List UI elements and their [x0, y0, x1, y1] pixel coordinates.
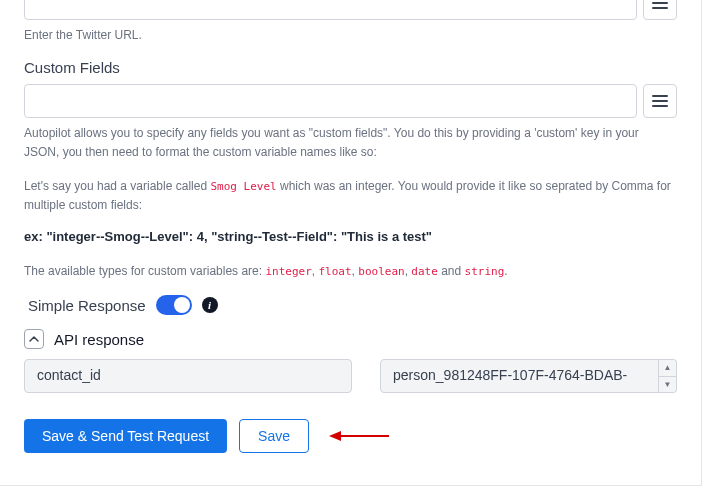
arrow-annotation — [329, 428, 389, 444]
api-response-grid: contact_id person_981248FF-107F-4764-BDA… — [24, 359, 677, 393]
api-response-key[interactable]: contact_id — [24, 359, 352, 393]
type-boolean: boolean — [358, 265, 404, 278]
button-row: Save & Send Test Request Save — [24, 419, 677, 453]
custom-fields-types: The available types for custom variables… — [24, 262, 677, 281]
info-icon[interactable]: i — [202, 297, 218, 313]
custom-fields-row — [24, 84, 677, 118]
type-date: date — [411, 265, 438, 278]
type-integer: integer — [265, 265, 311, 278]
svg-marker-1 — [329, 431, 341, 441]
api-response-header: API response — [24, 329, 677, 349]
custom-fields-label: Custom Fields — [24, 59, 677, 76]
custom-fields-input[interactable] — [24, 84, 637, 118]
twitter-field-row — [24, 0, 677, 20]
type-float: float — [318, 265, 351, 278]
twitter-helper: Enter the Twitter URL. — [24, 26, 677, 45]
form-container: Enter the Twitter URL. Custom Fields Aut… — [0, 0, 702, 486]
collapse-button[interactable] — [24, 329, 44, 349]
stepper-down-icon[interactable]: ▼ — [659, 377, 676, 393]
menu-icon-button[interactable] — [643, 0, 677, 20]
code-smog-level: Smog Level — [210, 180, 276, 193]
types-intro: The available types for custom variables… — [24, 264, 265, 278]
arrow-left-icon — [329, 428, 389, 444]
types-and: and — [438, 264, 465, 278]
chevron-up-icon — [29, 334, 39, 344]
simple-response-row: Simple Response i — [28, 295, 677, 315]
api-response-label: API response — [54, 331, 144, 348]
menu-icon-button[interactable] — [643, 84, 677, 118]
hamburger-icon — [652, 0, 668, 10]
twitter-input[interactable] — [24, 0, 637, 20]
simple-response-toggle[interactable] — [156, 295, 192, 315]
types-period: . — [504, 264, 507, 278]
save-send-button[interactable]: Save & Send Test Request — [24, 419, 227, 453]
save-button[interactable]: Save — [239, 419, 309, 453]
helper-text-part: Let's say you had a variable called — [24, 179, 210, 193]
custom-fields-example: ex: "integer--Smog--Level": 4, "string--… — [24, 229, 677, 244]
api-response-value[interactable]: person_981248FF-107F-4764-BDAB- — [380, 359, 659, 393]
stepper-up-icon[interactable]: ▲ — [659, 360, 676, 377]
value-stepper[interactable]: ▲ ▼ — [659, 359, 677, 393]
custom-fields-helper-2: Let's say you had a variable called Smog… — [24, 177, 677, 215]
simple-response-label: Simple Response — [28, 297, 146, 314]
custom-fields-helper-1: Autopilot allows you to specify any fiel… — [24, 124, 677, 162]
type-string: string — [465, 265, 505, 278]
api-response-value-wrap: person_981248FF-107F-4764-BDAB- ▲ ▼ — [380, 359, 677, 393]
hamburger-icon — [652, 94, 668, 108]
